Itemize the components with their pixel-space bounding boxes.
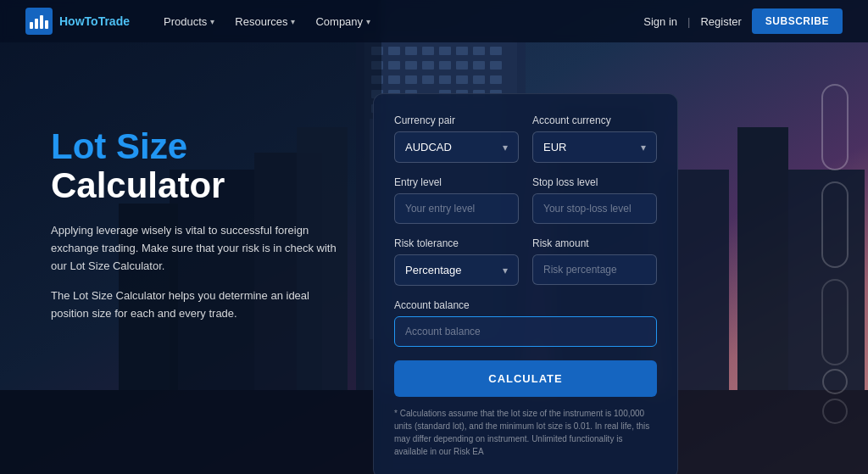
nav-subscribe-button[interactable]: SUBSCRIBE <box>752 8 843 34</box>
hero-title-blue: Lot Size <box>51 127 339 166</box>
logo[interactable]: HowToTrade <box>25 8 130 35</box>
stop-loss-input[interactable] <box>532 193 657 224</box>
form-row-3: Risk tolerance Percentage ▾ Risk amount <box>394 237 657 286</box>
nav-products[interactable]: Products ▾ <box>155 10 223 33</box>
entry-level-group: Entry level <box>394 176 519 224</box>
logo-howto: HowTo <box>59 14 98 28</box>
hero-desc-1: Applying leverage wisely is vital to suc… <box>51 222 339 275</box>
navbar: HowToTrade Products ▾ Resources ▾ Compan… <box>0 0 868 42</box>
logo-bar-3 <box>40 15 43 29</box>
hero-title-white: Calculator <box>51 166 339 205</box>
form-row-2: Entry level Stop loss level <box>394 176 657 224</box>
account-balance-group: Account balance <box>394 299 657 347</box>
account-balance-label: Account balance <box>394 299 657 311</box>
hero-title: Lot Size Calculator <box>51 127 339 205</box>
nav-resources-chevron: ▾ <box>291 17 295 26</box>
risk-tolerance-value: Percentage <box>405 264 462 276</box>
nav-company[interactable]: Company ▾ <box>307 10 379 33</box>
risk-tolerance-chevron: ▾ <box>503 265 508 276</box>
nav-resources[interactable]: Resources ▾ <box>226 10 303 33</box>
currency-pair-select[interactable]: AUDCAD ▾ <box>394 131 519 163</box>
account-balance-input[interactable] <box>394 316 657 347</box>
account-currency-group: Account currency EUR ▾ <box>532 114 657 163</box>
main-content: Lot Size Calculator Applying leverage wi… <box>0 42 868 474</box>
logo-bar-1 <box>30 22 33 29</box>
hero-section: Lot Size Calculator Applying leverage wi… <box>51 93 339 334</box>
calculator-card: Currency pair AUDCAD ▾ Account currency … <box>373 93 678 474</box>
logo-trade: Trade <box>98 14 130 28</box>
logo-bars <box>30 14 48 29</box>
currency-pair-group: Currency pair AUDCAD ▾ <box>394 114 519 163</box>
nav-products-chevron: ▾ <box>210 17 214 26</box>
logo-label: HowToTrade <box>59 14 130 28</box>
account-currency-label: Account currency <box>532 114 657 126</box>
nav-signin[interactable]: Sign in <box>643 15 677 28</box>
stop-loss-label: Stop loss level <box>532 176 657 188</box>
nav-products-label: Products <box>164 15 207 28</box>
risk-tolerance-group: Risk tolerance Percentage ▾ <box>394 237 519 286</box>
logo-bar-2 <box>35 19 38 29</box>
logo-bar-4 <box>45 20 48 29</box>
risk-tolerance-select[interactable]: Percentage ▾ <box>394 254 519 286</box>
entry-level-label: Entry level <box>394 176 519 188</box>
form-row-1: Currency pair AUDCAD ▾ Account currency … <box>394 114 657 163</box>
hero-desc-2: The Lot Size Calculator helps you determ… <box>51 287 339 323</box>
nav-links: Products ▾ Resources ▾ Company ▾ <box>155 10 643 33</box>
nav-company-label: Company <box>315 15 363 28</box>
nav-divider: | <box>687 15 690 28</box>
account-currency-chevron: ▾ <box>641 142 646 153</box>
disclaimer-text: * Calculations assume that the lot size … <box>394 407 657 458</box>
stop-loss-group: Stop loss level <box>532 176 657 224</box>
currency-pair-label: Currency pair <box>394 114 519 126</box>
account-currency-value: EUR <box>543 141 566 153</box>
currency-pair-value: AUDCAD <box>405 141 452 153</box>
logo-icon <box>25 8 53 35</box>
calculate-button[interactable]: CALCULATE <box>394 360 657 397</box>
account-currency-select[interactable]: EUR ▾ <box>532 131 657 163</box>
entry-level-input[interactable] <box>394 193 519 224</box>
currency-pair-chevron: ▾ <box>503 142 508 153</box>
nav-right: Sign in | Register SUBSCRIBE <box>643 8 843 34</box>
risk-amount-label: Risk amount <box>532 237 657 249</box>
nav-register[interactable]: Register <box>700 15 741 28</box>
risk-tolerance-label: Risk tolerance <box>394 237 519 249</box>
nav-resources-label: Resources <box>235 15 287 28</box>
nav-company-chevron: ▾ <box>366 17 370 26</box>
risk-amount-input[interactable] <box>532 254 657 285</box>
risk-amount-group: Risk amount <box>532 237 657 286</box>
